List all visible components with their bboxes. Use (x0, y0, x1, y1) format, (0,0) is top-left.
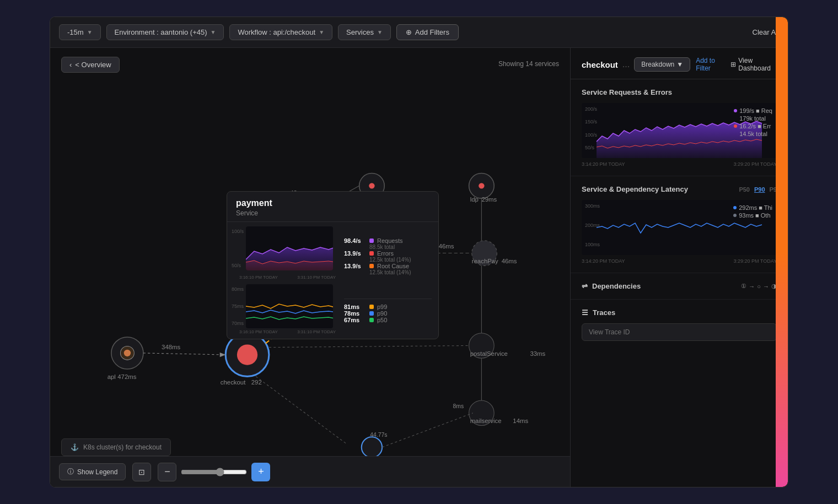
breakdown-btn[interactable]: Breakdown ▼ (634, 57, 690, 72)
legend-dot-this (733, 206, 737, 209)
zoom-in-btn[interactable]: + (251, 463, 270, 481)
view-dashboard-label: View Dashboard (738, 57, 777, 72)
chart2-x-end: 3:31:10 PM TODAY (297, 329, 336, 334)
conn-8ms-label: 8ms (453, 403, 464, 409)
dep-title: ⇌ Dependencies (582, 282, 641, 290)
breakdown-label: Breakdown (641, 61, 674, 68)
chart1-x-end: 3:31:10 PM TODAY (297, 275, 336, 280)
showing-services-label: Showing 14 services (498, 60, 559, 68)
dep-arrow-icon: → (749, 283, 755, 290)
stat-row-root-cause-sub: 12.5k total (14%) (344, 269, 432, 275)
stat-p50-dot (369, 318, 374, 322)
stat-row-errors: 13.9/s Errors (344, 250, 432, 257)
legend-row-req-total: 179k total (734, 115, 772, 122)
show-legend-btn[interactable]: ⓘ Show Legend (59, 463, 126, 480)
k8s-label: K8s cluster(s) for checkout (83, 443, 162, 451)
chart2-x-start: 3:16:10 PM TODAY (239, 329, 278, 334)
stat-rootcause-sub: 12.5k total (14%) (369, 269, 411, 275)
traces-title: ☰ Traces (582, 308, 777, 317)
gradient-sidebar (776, 17, 788, 487)
overview-label: < Overview (75, 61, 111, 69)
k8s-icon: ⚓ (71, 443, 79, 451)
arrow-apl-checkout (220, 353, 225, 357)
stat-p90-label: p90 (377, 310, 387, 317)
stats-bottom: 81ms p99 78ms p90 67ms (344, 299, 432, 323)
chart1-x-start: 3:16:10 PM TODAY (239, 275, 278, 280)
chart1-time-end: 3:29:20 PM TODAY (733, 161, 777, 167)
popup-header: payment Service (227, 192, 438, 222)
conn-label-348ms: 348ms (162, 344, 180, 350)
legend-row-other: 93ms ■ Oth (733, 212, 772, 219)
workflow-btn[interactable]: Workflow : api:/checkout ▼ (229, 24, 332, 40)
showing-services-text: Showing 14 services (498, 60, 559, 68)
legend-dot-req (734, 109, 737, 112)
stat-rootcause-dot (369, 264, 374, 268)
dep-arrow2-icon: → (763, 283, 769, 290)
services-label: Services (346, 28, 374, 36)
screenshot-btn[interactable]: ⊡ (132, 463, 151, 481)
add-filter-link[interactable]: Add to Filter (696, 57, 725, 72)
legend-req-total: 179k total (739, 115, 766, 122)
postalservice-label: postalService (470, 350, 508, 357)
stat-p99-value: 81ms (344, 304, 366, 310)
popup-chart1 (246, 226, 333, 270)
services-btn[interactable]: Services ▼ (338, 24, 391, 40)
popup-body: 100/s 50/s (227, 222, 438, 339)
filter-icon: ⊕ (406, 28, 412, 36)
clear-all-label: Clear All (753, 28, 779, 36)
traces-section: ☰ Traces (571, 300, 788, 350)
conn-4477-label: 44.77s (370, 432, 387, 438)
graph-area: ‹ < Overview Showing 14 services (50, 48, 570, 487)
legend-row-this: 292ms ■ Thi (733, 204, 772, 211)
main-area: ‹ < Overview Showing 14 services (50, 48, 788, 487)
camera-icon: ⊡ (138, 468, 145, 476)
dependencies-section: ⇌ Dependencies ① → ○ → ◑ (571, 273, 788, 300)
conn-label-46ms: 46ms (439, 243, 454, 250)
popup-title: payment (236, 198, 429, 208)
info-icon: ⓘ (67, 467, 74, 476)
env-arrow-icon: ▼ (211, 29, 216, 35)
popup-stats: 98.4/s Requests 88.5k total 13.9/s (337, 222, 438, 339)
requests-chart-times: 3:14:20 PM TODAY 3:29:20 PM TODAY (582, 161, 777, 167)
requests-chart-legend: 199/s ■ Req 179k total 16.2/s ■ Err 14.5… (734, 107, 772, 137)
dep-label: Dependencies (592, 282, 641, 290)
overview-btn[interactable]: ‹ < Overview (61, 57, 120, 73)
view-dashboard-link[interactable]: ⊞ View Dashboard (730, 57, 777, 72)
stat-requests-label: Requests (377, 237, 402, 244)
mailservice-label: mailservice (470, 418, 502, 424)
tab-p90[interactable]: P90 (754, 186, 765, 193)
stat-p50-value: 67ms (344, 317, 366, 323)
conn-apl-checkout (143, 353, 225, 355)
add-filters-btn[interactable]: ⊕ Add Filters (396, 24, 459, 40)
stat-rootcause-label: Root Cause (377, 263, 409, 269)
add-filters-label: Add Filters (415, 28, 449, 36)
trace-id-input[interactable] (582, 323, 777, 341)
requests-chart: 199/s ■ Req 179k total 16.2/s ■ Err 14.5… (582, 103, 777, 158)
apl-dot (124, 350, 131, 356)
stat-p90-value: 78ms (344, 310, 366, 317)
stat-row-requests-sub: 88.5k total (344, 244, 432, 250)
panel-title: checkout (582, 60, 618, 69)
k8s-bar: ⚓ K8s cluster(s) for checkout (61, 438, 171, 456)
zoom-out-btn[interactable]: − (158, 463, 176, 481)
order-processor-node[interactable] (362, 437, 382, 457)
stat-requests-sub: 88.5k total (369, 244, 395, 250)
dep-flow: ① → ○ → ◑ (741, 283, 777, 290)
ldp-ms-label: 29ms (481, 196, 497, 203)
time-filter-btn[interactable]: -15m ▼ (59, 24, 101, 40)
panel-dots[interactable]: ... (622, 59, 630, 69)
stat-requests-value: 98.4/s (344, 237, 366, 244)
zoom-slider[interactable] (181, 468, 247, 476)
payment-popup: payment Service 100/s 50/s (227, 191, 439, 339)
bottom-bar: ⓘ Show Legend ⊡ − + (50, 456, 570, 487)
stat-row-p90: 78ms p90 (344, 310, 432, 317)
clear-all-btn[interactable]: Clear All (753, 28, 779, 36)
legend-err-total: 14.5k total (739, 131, 767, 137)
topbar: -15m ▼ Environment : aantonio (+45) ▼ Wo… (50, 17, 788, 48)
tab-p50[interactable]: P50 (739, 186, 750, 193)
chart2-time-end: 3:29:20 PM TODAY (733, 258, 777, 264)
stat-row-requests: 98.4/s Requests (344, 237, 432, 244)
environment-btn[interactable]: Environment : aantonio (+45) ▼ (106, 24, 224, 40)
time-label: -15m (67, 28, 84, 36)
legend-req-label: 199/s ■ Req (739, 107, 772, 114)
